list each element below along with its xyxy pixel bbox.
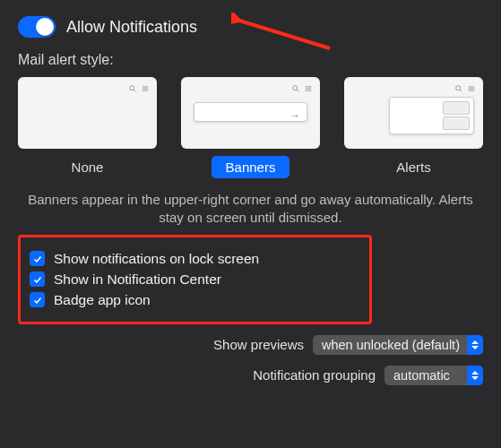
svg-rect-13	[469, 89, 475, 90]
style-preview-none[interactable]	[18, 77, 157, 149]
alert-style-description: Banners appear in the upper-right corner…	[18, 187, 483, 228]
svg-point-0	[130, 86, 134, 90]
alert-preview-card	[389, 97, 474, 134]
style-preview-alerts[interactable]	[344, 77, 483, 149]
svg-rect-3	[143, 89, 149, 90]
style-label-none[interactable]: None	[52, 156, 124, 178]
arrow-right-icon: →	[289, 109, 300, 122]
style-label-alerts[interactable]: Alerts	[378, 156, 450, 178]
checkbox-icon	[30, 292, 45, 307]
style-preview-banners[interactable]: →	[181, 77, 320, 149]
check-notification-center[interactable]: Show in Notification Center	[30, 271, 360, 288]
svg-line-1	[134, 90, 135, 91]
check-lock-screen-label: Show notifications on lock screen	[54, 251, 259, 267]
search-icon	[128, 81, 137, 90]
svg-point-10	[456, 86, 461, 90]
alert-style-row: None → Banners Alerts	[18, 77, 483, 178]
alert-style-heading: Mail alert style:	[18, 52, 483, 68]
show-previews-label: Show previews	[213, 337, 304, 352]
checkbox-icon	[30, 271, 45, 287]
svg-rect-4	[143, 90, 149, 91]
updown-icon	[467, 335, 483, 355]
check-badge-app-icon-label: Badge app icon	[54, 292, 151, 308]
menu-icon	[304, 81, 313, 90]
svg-rect-12	[469, 87, 475, 88]
style-label-banners[interactable]: Banners	[212, 156, 290, 178]
checkbox-icon	[30, 251, 45, 266]
svg-rect-2	[143, 87, 149, 88]
check-lock-screen[interactable]: Show notifications on lock screen	[30, 251, 360, 267]
search-icon	[454, 81, 463, 90]
show-previews-value: when unlocked (default)	[322, 338, 460, 352]
check-badge-app-icon[interactable]: Badge app icon	[30, 292, 360, 308]
toggle-knob	[36, 18, 54, 36]
allow-notifications-label: Allow Notifications	[66, 18, 197, 37]
show-previews-select[interactable]: when unlocked (default)	[313, 335, 483, 355]
notification-grouping-value: automatic	[393, 368, 450, 383]
menu-icon	[467, 81, 476, 90]
allow-notifications-toggle[interactable]	[18, 16, 56, 38]
menu-icon	[141, 81, 150, 90]
notification-grouping-label: Notification grouping	[253, 367, 376, 383]
svg-rect-8	[306, 89, 312, 90]
svg-rect-7	[306, 87, 312, 88]
updown-icon	[467, 366, 483, 385]
notification-grouping-select[interactable]: automatic	[384, 366, 483, 385]
svg-line-6	[297, 90, 298, 91]
svg-line-11	[460, 90, 462, 91]
svg-point-5	[293, 86, 298, 90]
svg-rect-14	[469, 90, 475, 91]
check-notification-center-label: Show in Notification Center	[54, 271, 221, 288]
highlighted-checkbox-group: Show notifications on lock screen Show i…	[18, 235, 372, 324]
svg-rect-9	[306, 90, 312, 91]
search-icon	[291, 81, 300, 90]
